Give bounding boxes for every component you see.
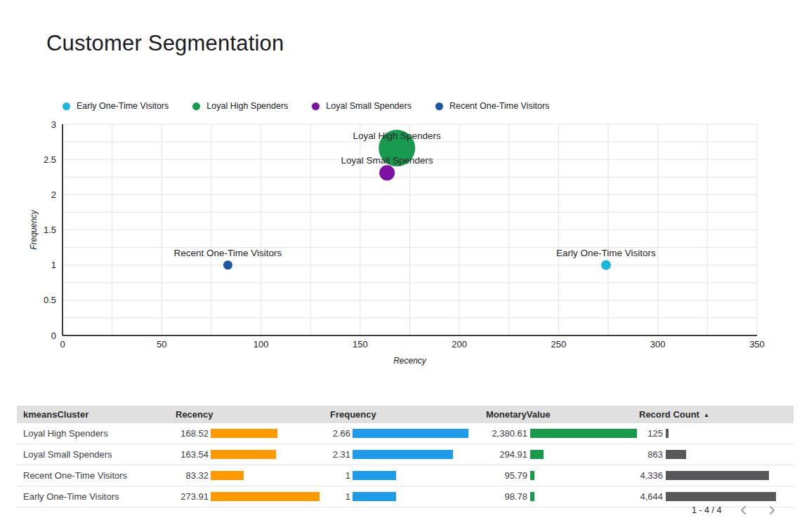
bubble-recent-one-time-visitors[interactable]	[223, 260, 232, 270]
cell-recency-bar	[211, 471, 244, 480]
column-header-recency[interactable]: Recency	[176, 406, 213, 423]
cell-monetary-bar	[530, 450, 544, 459]
x-tick-label: 200	[452, 339, 467, 350]
column-header-cluster[interactable]: kmeansCluster	[23, 406, 88, 423]
cell-monetary-value: 95.79	[450, 465, 527, 486]
bubble-label: Recent One-Time Visitors	[174, 248, 282, 258]
cell-frequency-value: 1	[273, 486, 350, 507]
cell-count-value: 4,336	[586, 465, 663, 486]
cell-recency-value: 273.91	[131, 486, 209, 507]
chevron-right-icon[interactable]	[766, 505, 777, 516]
cell-frequency-value: 2.66	[273, 423, 350, 444]
table-row: Loyal Small Spenders163.542.31294.91863	[17, 444, 794, 465]
column-header-label: Recency	[176, 409, 213, 420]
cell-cluster: Recent One-Time Visitors	[23, 465, 127, 486]
table-header-row: kmeansClusterRecencyFrequencyMonetaryVal…	[17, 406, 794, 423]
legend-swatch-icon	[63, 102, 70, 110]
column-header-count[interactable]: Record Count▲	[639, 406, 709, 424]
bubble-early-one-time-visitors[interactable]	[601, 260, 611, 270]
table-row: Loyal High Spenders168.522.662,380.61125	[17, 423, 794, 444]
table-row: Early One-Time Visitors273.91198.784,644	[17, 486, 794, 507]
x-tick-label: 250	[551, 339, 567, 350]
x-tick-label: 0	[60, 339, 65, 350]
cell-count-value: 4,644	[586, 486, 663, 507]
legend-label: Loyal Small Spenders	[326, 101, 412, 111]
column-header-label: Frequency	[330, 409, 376, 420]
cell-frequency-value: 1	[273, 465, 350, 486]
column-header-label: MonetaryValue	[486, 409, 551, 420]
pagination-range: 1 - 4 / 4	[692, 505, 721, 515]
bubble-label: Early One-Time Visitors	[556, 248, 656, 258]
y-axis-title: Frequency	[29, 209, 39, 250]
bubble-label: Loyal High Spenders	[353, 131, 442, 141]
column-header-monetary[interactable]: MonetaryValue	[486, 406, 551, 423]
x-tick-label: 150	[353, 339, 368, 350]
y-tick-label: 2.5	[44, 154, 56, 165]
data-table: kmeansClusterRecencyFrequencyMonetaryVal…	[17, 406, 794, 507]
x-tick-label: 300	[650, 339, 666, 350]
cell-count-value: 863	[586, 444, 663, 465]
bubble-loyal-small-spenders[interactable]	[379, 165, 395, 180]
y-tick-label: 3	[51, 119, 56, 130]
cell-monetary-value: 294.91	[450, 444, 527, 465]
legend-label: Early One-Time Visitors	[77, 101, 169, 111]
column-header-label: Record Count	[639, 409, 699, 420]
cell-cluster: Early One-Time Visitors	[23, 486, 119, 507]
x-tick-label: 350	[749, 339, 765, 350]
y-tick-label: 2	[51, 189, 56, 200]
cell-frequency-value: 2.31	[273, 444, 350, 465]
y-tick-label: 0	[51, 331, 56, 341]
cell-count-bar	[666, 492, 776, 501]
chart-legend: Early One-Time VisitorsLoyal High Spende…	[63, 101, 549, 111]
legend-item[interactable]: Loyal High Spenders	[192, 101, 288, 111]
cell-monetary-value: 98.78	[450, 486, 527, 507]
cell-frequency-bar	[353, 471, 396, 480]
legend-swatch-icon	[312, 102, 320, 110]
cell-recency-bar	[211, 450, 276, 459]
legend-item[interactable]: Early One-Time Visitors	[63, 101, 169, 111]
cell-recency-value: 83.32	[131, 465, 209, 486]
cell-cluster: Loyal Small Spenders	[23, 444, 112, 465]
bubble-chart: 05010015020025030035000.511.522.53Recenc…	[0, 112, 809, 383]
x-axis-title: Recency	[393, 356, 427, 366]
table-row: Recent One-Time Visitors83.32195.794,336	[17, 465, 794, 486]
legend-label: Recent One-Time Visitors	[449, 101, 549, 111]
column-header-label: kmeansCluster	[23, 409, 88, 420]
legend-label: Loyal High Spenders	[206, 101, 288, 111]
cell-count-value: 125	[586, 423, 663, 444]
legend-item[interactable]: Loyal Small Spenders	[312, 101, 412, 111]
y-tick-label: 1.5	[44, 225, 56, 235]
cell-frequency-bar	[353, 450, 453, 459]
bubble-chart-svg: 05010015020025030035000.511.522.53Recenc…	[0, 112, 809, 383]
column-header-frequency[interactable]: Frequency	[330, 406, 376, 423]
cell-monetary-bar	[530, 471, 534, 480]
bubble-label: Loyal Small Spenders	[341, 155, 433, 166]
cell-monetary-value: 2,380.61	[450, 423, 527, 444]
pagination: 1 - 4 / 4	[692, 503, 777, 518]
cell-recency-value: 163.54	[131, 444, 209, 465]
legend-swatch-icon	[192, 102, 200, 110]
cell-cluster: Loyal High Spenders	[23, 423, 108, 444]
cell-monetary-bar	[530, 492, 534, 501]
cell-recency-value: 168.52	[131, 423, 209, 444]
legend-swatch-icon	[435, 102, 443, 110]
page-title: Customer Segmentation	[46, 31, 284, 56]
y-tick-label: 1	[51, 260, 56, 270]
x-tick-label: 100	[254, 339, 269, 350]
cell-count-bar	[666, 471, 769, 480]
cell-count-bar	[666, 450, 686, 459]
y-tick-label: 0.5	[44, 295, 56, 305]
chevron-left-icon[interactable]	[738, 505, 749, 516]
cell-count-bar	[666, 429, 669, 438]
cell-recency-bar	[211, 429, 277, 438]
sort-ascending-icon: ▲	[704, 412, 709, 418]
cell-frequency-bar	[353, 492, 396, 501]
legend-item[interactable]: Recent One-Time Visitors	[435, 101, 549, 111]
x-tick-label: 50	[157, 339, 166, 350]
